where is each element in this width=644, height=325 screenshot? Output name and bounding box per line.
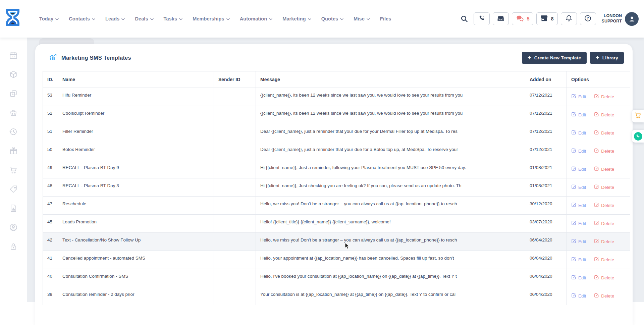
cell-sender-id (214, 269, 256, 287)
sidebar-item-tags[interactable] (9, 185, 18, 194)
nav-item-label: Memberships (193, 16, 224, 21)
sidebar-item-calendar[interactable]: 12 (9, 52, 18, 60)
edit-square-icon (571, 293, 576, 299)
create-new-template-button[interactable]: + Create New Template (522, 52, 587, 64)
table-row: 49RECALL - Plasma BT Day 9Hi {{client_na… (43, 160, 630, 178)
delete-link[interactable]: Delete (594, 220, 614, 226)
nav-item-files[interactable]: Files (380, 16, 391, 21)
edit-link[interactable]: Edit (571, 166, 586, 172)
sidebar-item-history[interactable] (9, 128, 18, 137)
nav-item-tasks[interactable]: Tasks (164, 16, 183, 21)
edit-link[interactable]: Edit (571, 148, 586, 154)
edit-link-label: Edit (578, 239, 586, 244)
nav-item-label: Quotes (321, 16, 338, 21)
chevron-down-icon (55, 16, 59, 21)
library-label: Library (602, 55, 618, 60)
delete-link-label: Delete (601, 94, 614, 99)
inbox-button[interactable] (493, 12, 509, 25)
edit-link[interactable]: Edit (571, 293, 586, 299)
edit-link-label: Edit (578, 203, 586, 208)
templates-table-wrap: ID.NameSender IDMessageAdded onOptions 5… (35, 71, 633, 305)
sidebar-item-basket[interactable] (9, 109, 18, 118)
whatsapp-icon (634, 132, 642, 141)
avatar[interactable] (625, 12, 639, 26)
edit-link[interactable]: Edit (571, 220, 586, 226)
edit-link[interactable]: Edit (571, 130, 586, 136)
delete-link[interactable]: Delete (594, 184, 614, 190)
delete-link[interactable]: Delete (594, 275, 614, 281)
whatsapp-widget-button[interactable] (632, 130, 644, 143)
sidebar-item-report[interactable] (9, 205, 18, 213)
delete-link[interactable]: Delete (594, 148, 614, 154)
delete-link[interactable]: Delete (594, 293, 614, 299)
question-icon: ? (584, 15, 591, 23)
help-button[interactable]: ? (580, 12, 596, 25)
sidebar-item-package[interactable] (9, 71, 18, 79)
cell-sender-id (214, 124, 256, 142)
nav-item-deals[interactable]: Deals (135, 16, 153, 21)
history-icon (9, 127, 18, 138)
nav-item-automation[interactable]: Automation (240, 16, 273, 21)
edit-square-icon (594, 148, 599, 154)
nav-item-leads[interactable]: Leads (105, 16, 125, 21)
cell-added-on: 06/04/2020 (525, 269, 567, 287)
cell-message: Hello, we miss you! Don't be a stranger … (256, 197, 525, 215)
delete-link[interactable]: Delete (594, 166, 614, 172)
cell-message: Hi {{client_name}}, Just checking you ar… (256, 178, 525, 197)
nav-item-memberships[interactable]: Memberships (193, 16, 230, 21)
edit-link[interactable]: Edit (571, 202, 586, 208)
search-icon[interactable] (461, 15, 468, 22)
app-logo-hourglass-icon[interactable] (4, 8, 22, 29)
edit-link[interactable]: Edit (571, 184, 586, 190)
nav-item-label: Files (380, 16, 391, 21)
delete-link-label: Delete (601, 203, 614, 208)
edit-link[interactable]: Edit (571, 257, 586, 263)
delete-link-label: Delete (601, 257, 614, 262)
phone-button[interactable] (474, 12, 490, 25)
nav-item-today[interactable]: Today (39, 16, 59, 21)
delete-link-label: Delete (601, 130, 614, 136)
delete-link[interactable]: Delete (594, 202, 614, 208)
delete-link[interactable]: Delete (594, 112, 614, 118)
edit-link[interactable]: Edit (571, 275, 586, 281)
cell-options: EditDelete (567, 160, 630, 178)
edit-square-icon (594, 112, 599, 118)
cell-sender-id (214, 197, 256, 215)
delete-link[interactable]: Delete (594, 94, 614, 100)
edit-link[interactable]: Edit (571, 238, 586, 245)
sidebar-item-lock[interactable] (9, 243, 18, 252)
sidebar-item-gift[interactable] (9, 147, 18, 156)
nav-item-misc[interactable]: Misc (354, 16, 370, 21)
edit-link-label: Edit (578, 275, 586, 280)
notifications-button[interactable] (561, 12, 577, 25)
sidebar: 12 (0, 38, 27, 325)
nav-item-marketing[interactable]: Marketing (282, 16, 311, 21)
chat-button[interactable]: 5 (512, 12, 533, 25)
delete-link[interactable]: Delete (594, 238, 614, 245)
cell-name: Consultation reminder - 2 days prior (58, 287, 214, 305)
edit-square-icon (594, 184, 599, 190)
nav-item-quotes[interactable]: Quotes (321, 16, 344, 21)
sidebar-item-cart[interactable] (9, 166, 18, 175)
sidebar-item-account[interactable] (9, 224, 18, 232)
create-new-template-label: Create New Template (534, 55, 581, 60)
card-header: Marketing SMS Templates + Create New Tem… (35, 44, 633, 71)
delete-link[interactable]: Delete (594, 257, 614, 263)
cell-id: 48 (43, 178, 58, 197)
cart-widget-button[interactable] (632, 110, 644, 122)
page-title: Marketing SMS Templates (61, 55, 131, 61)
delete-link-label: Delete (601, 221, 614, 226)
edit-link[interactable]: Edit (571, 94, 586, 100)
edit-square-icon (594, 257, 599, 263)
edit-square-icon (571, 130, 576, 136)
store-button[interactable]: 8 (536, 12, 557, 25)
edit-link[interactable]: Edit (571, 112, 586, 118)
edit-square-icon (594, 166, 599, 172)
cell-options: EditDelete (567, 178, 630, 197)
cell-id: 52 (43, 106, 58, 124)
nav-item-contacts[interactable]: Contacts (69, 16, 95, 21)
sidebar-item-copy[interactable] (9, 90, 18, 99)
delete-link[interactable]: Delete (594, 130, 614, 136)
account-menu[interactable]: LONDON SUPPORT (602, 12, 639, 26)
library-button[interactable]: + Library (590, 52, 624, 64)
